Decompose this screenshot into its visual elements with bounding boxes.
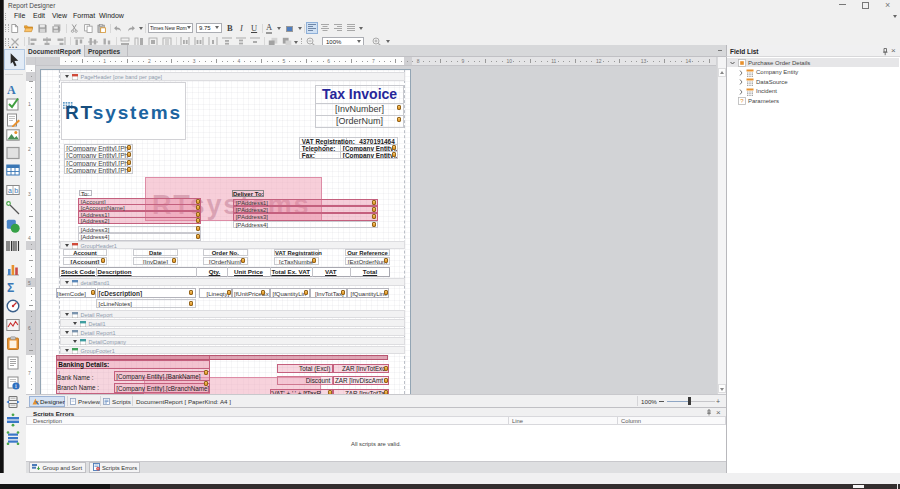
svg-text:i: i xyxy=(15,382,17,389)
svg-text:a: a xyxy=(8,187,12,194)
svg-text:b: b xyxy=(14,187,18,194)
